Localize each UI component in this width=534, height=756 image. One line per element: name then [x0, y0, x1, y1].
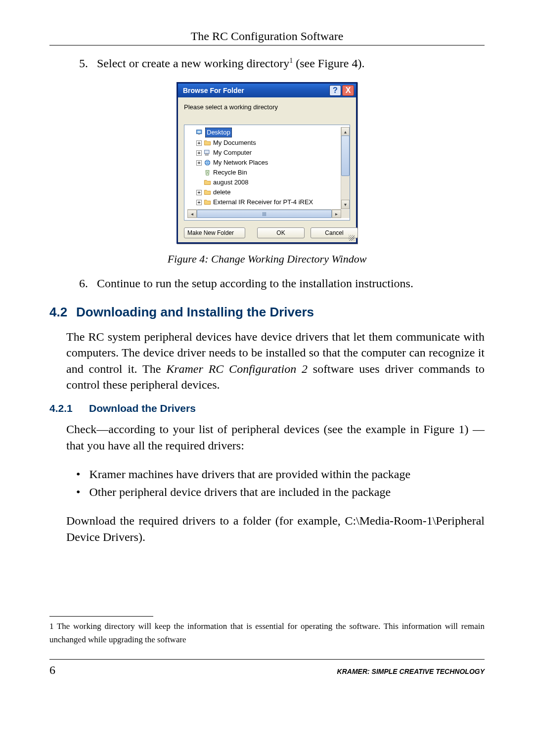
folder-icon [204, 179, 211, 186]
tree-item[interactable]: august 2008 [187, 178, 341, 187]
scroll-left-button[interactable]: ◂ [187, 210, 197, 218]
footer-rule [49, 659, 485, 660]
network-icon [204, 159, 211, 166]
step-number: 5. [79, 55, 88, 71]
scroll-right-button[interactable]: ▸ [332, 210, 341, 218]
expand-button[interactable]: + [196, 140, 202, 146]
section-number: 4.2.1 [49, 402, 89, 414]
tree-item[interactable]: +My Network Places [187, 158, 341, 168]
svg-rect-3 [204, 150, 209, 154]
paragraph: Download the required drivers to a folde… [66, 513, 485, 545]
tree-item-label: august 2008 [213, 178, 249, 187]
folder-icon [204, 189, 211, 196]
figure-caption: Figure 4: Change Working Directory Windo… [49, 253, 485, 266]
footnote: 1 The working directory will keep the in… [49, 620, 485, 646]
list-item: •Kramer machines have drivers that are p… [76, 465, 485, 483]
tree-item[interactable]: Desktop [187, 127, 341, 138]
section-title: Download the Drivers [89, 402, 196, 414]
section-title: Downloading and Installing the Drivers [76, 305, 314, 319]
bullet-list: •Kramer machines have drivers that are p… [76, 465, 485, 501]
section-number: 4.2 [49, 305, 76, 320]
tree-item[interactable]: +My Documents [187, 138, 341, 148]
footnote-number: 1 [49, 622, 54, 631]
dialog-instruction: Please select a working directory [184, 103, 350, 111]
folder-tree[interactable]: Desktop+My Documents+My Computer+My Netw… [184, 125, 350, 221]
tree-item-label: External IR Receiver for PT-4 iREX [213, 198, 313, 207]
tree-item[interactable]: +My Computer [187, 148, 341, 158]
step-text: Continue to run the setup according to t… [97, 275, 413, 291]
expand-button[interactable]: + [196, 150, 202, 156]
scroll-down-button[interactable]: ▾ [341, 200, 350, 209]
paragraph: Check—according to your list of peripher… [66, 421, 485, 453]
browse-for-folder-dialog: Browse For Folder ? X Please select a wo… [177, 82, 357, 244]
horizontal-scrollbar[interactable]: ◂ ▸ [187, 209, 341, 218]
resize-grip[interactable] [349, 235, 355, 241]
dialog-title: Browse For Folder [183, 87, 244, 94]
close-button[interactable]: X [342, 85, 354, 96]
computer-icon [204, 149, 211, 156]
footer-brand-text: KRAMER: SIMPLE CREATIVE TECHNOLOGY [337, 667, 485, 675]
vertical-scrollbar[interactable]: ▴ ▾ [341, 127, 350, 209]
page-number: 6 [49, 664, 55, 677]
tree-item-label: My Computer [213, 148, 252, 157]
desktop-icon [196, 129, 203, 136]
tree-item-label: Recycle Bin [213, 168, 247, 177]
software-name: Kramer RC Configuration 2 [166, 362, 308, 375]
step-text: Select or create a new working directory… [97, 55, 364, 71]
dialog-titlebar[interactable]: Browse For Folder ? X [178, 84, 356, 97]
tree-item-label: delete [213, 188, 230, 197]
tree-item[interactable]: +delete [187, 187, 341, 197]
list-item: •Other peripheral device drivers that ar… [76, 483, 485, 501]
expand-button[interactable]: + [196, 200, 202, 205]
svg-rect-2 [198, 134, 200, 135]
svg-rect-4 [205, 154, 208, 156]
svg-rect-1 [197, 131, 201, 133]
help-button[interactable]: ? [329, 85, 341, 96]
header-rule [49, 45, 485, 45]
horizontal-scroll-thumb[interactable] [197, 210, 332, 218]
folder-icon [204, 139, 211, 146]
expand-button[interactable]: + [196, 190, 202, 195]
scrollbar-corner [341, 210, 350, 218]
ok-button[interactable]: OK [257, 227, 305, 238]
list-item-step-6: 6. Continue to run the setup according t… [79, 275, 485, 291]
scroll-thumb[interactable] [341, 135, 350, 176]
running-header: The RC Configuration Software [49, 30, 485, 43]
tree-item[interactable]: Recycle Bin [187, 168, 341, 178]
folder-icon [204, 199, 211, 206]
tree-item-label: My Documents [213, 138, 256, 147]
make-new-folder-button[interactable]: Make New Folder [184, 227, 245, 238]
expand-button[interactable]: + [196, 160, 202, 166]
list-item-step-5: 5. Select or create a new working direct… [79, 55, 485, 71]
tree-item-label: My Network Places [213, 158, 268, 167]
heading-4-2: 4.2Downloading and Installing the Driver… [49, 305, 485, 320]
tree-item[interactable]: +External IR Receiver for PT-4 iREX [187, 197, 341, 207]
paragraph: The RC system peripheral devices have de… [66, 329, 485, 393]
footnote-rule [49, 616, 153, 617]
recycle-icon [204, 169, 211, 176]
step-number: 6. [79, 275, 88, 291]
heading-4-2-1: 4.2.1Download the Drivers [49, 402, 485, 414]
tree-item-label: Desktop [205, 128, 232, 137]
